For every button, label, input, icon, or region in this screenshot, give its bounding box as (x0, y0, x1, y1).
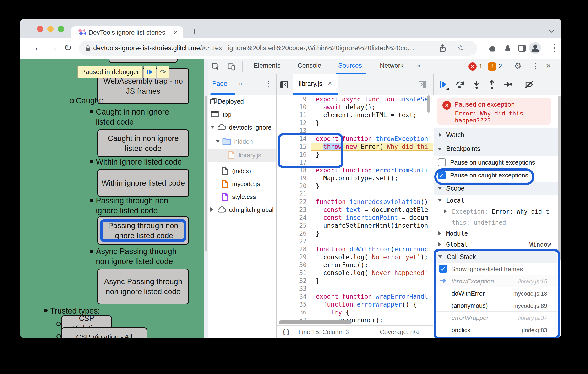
call-stack-frame--anonymous-[interactable]: (anonymous)mycode.js:89 (434, 299, 557, 312)
breakpoints-section-header[interactable]: Breakpoints (434, 142, 561, 156)
warning-count[interactable]: 2 (499, 62, 502, 70)
new-tab-button[interactable]: + (192, 28, 198, 36)
code-line-20[interactable]: 20} (277, 182, 433, 190)
breakpoint-row-1[interactable]: ✓Pause on caught exceptions (434, 169, 561, 182)
call-stack-frame-dowitherror[interactable]: doWithErrormycode.js:18 (434, 287, 557, 299)
editor-horizontal-scrollbar[interactable] (279, 321, 352, 324)
code-line-16[interactable]: 16} (277, 151, 433, 159)
step-button[interactable] (503, 80, 513, 89)
code-line-36[interactable]: 36 try { (277, 309, 433, 316)
code-line-30[interactable]: 30 errorFunc(); (277, 261, 433, 269)
scope-row-module[interactable]: Module (434, 228, 561, 239)
bookmark-star-icon[interactable]: ☆ (457, 43, 465, 53)
call-stack-header[interactable]: Call Stack (434, 250, 557, 263)
cut-off-button[interactable] (109, 59, 178, 63)
resume-script-button[interactable] (144, 66, 156, 78)
tree-item-top[interactable]: top (209, 108, 276, 121)
share-icon[interactable] (439, 44, 447, 52)
close-window-button[interactable] (37, 26, 43, 32)
code-line-21[interactable]: 21 (277, 190, 433, 198)
tree-item-style-css[interactable]: style.css (209, 190, 276, 203)
code-editor[interactable]: 9export async function unsafeSetInnerHtm… (277, 95, 433, 338)
breakpoint-checkbox[interactable]: ✓ (438, 171, 446, 179)
tab-close-icon[interactable]: × (174, 28, 178, 36)
page-scrollbar[interactable] (204, 59, 208, 338)
caught-button[interactable]: Caught in non ignore listed code (97, 129, 189, 157)
step-into-button[interactable] (472, 80, 481, 89)
error-badge-icon[interactable]: × (469, 62, 477, 71)
code-line-32[interactable]: 32} (277, 277, 433, 285)
code-line-17[interactable]: 17 (277, 159, 433, 166)
tree-item-library-js[interactable]: library.js (209, 149, 276, 162)
call-stack-frame-onclick[interactable]: onclick(index):83 (434, 323, 557, 336)
code-line-9[interactable]: 9export async function unsafeSetInnerHtm… (277, 96, 433, 103)
code-line-13[interactable]: 13 (277, 127, 433, 135)
code-line-22[interactable]: 22function ignoredcspviolation() { (277, 198, 433, 206)
deactivate-breakpoints-button[interactable] (525, 80, 534, 89)
async-button[interactable]: Async Passing through non ignore listed … (97, 268, 189, 304)
code-line-10[interactable]: 10 await delay(); (277, 103, 433, 111)
back-icon[interactable]: ← (33, 43, 42, 53)
reload-icon[interactable]: ↻ (64, 43, 72, 53)
flask-icon[interactable] (503, 44, 512, 53)
code-line-18[interactable]: 18export function errorFromRuntime() { (277, 166, 433, 174)
inspect-element-icon[interactable] (211, 62, 220, 71)
tree-item-mycode-js[interactable]: mycode.js (209, 177, 276, 190)
scope-row-global[interactable]: GlobalWindow (434, 239, 561, 250)
device-toolbar-icon[interactable] (227, 62, 236, 71)
code-line-28[interactable]: 28function doWithError(errorFunc) { (277, 245, 433, 253)
code-line-34[interactable]: 34export function wrapErrorHandler(error… (277, 293, 433, 300)
passing-button[interactable]: Passing through non ignore listed code (97, 216, 189, 245)
breakpoint-checkbox[interactable] (438, 158, 446, 166)
tab-elements[interactable]: Elements (254, 62, 281, 69)
step-out-button[interactable] (487, 80, 497, 89)
extensions-puzzle-icon[interactable] (488, 44, 497, 53)
call-stack-frame-errorwrapper[interactable]: errorWrapperlibrary.js:37 (434, 311, 557, 324)
devtools-ignore-expand-icon[interactable] (210, 126, 215, 129)
scope-section-header[interactable]: Scope (434, 182, 561, 195)
tab-network[interactable]: Network (380, 62, 403, 69)
code-line-14[interactable]: 14export function throwException() { (277, 135, 433, 143)
show-ignore-listed-checkbox[interactable]: ✓ (439, 265, 447, 273)
coverage-status[interactable]: Coverage: n/a (380, 328, 419, 336)
minimize-window-button[interactable] (47, 26, 53, 32)
scope-row-this[interactable]: this: undefined (434, 217, 561, 228)
code-line-19[interactable]: 19 Map.prototype.set(); (277, 174, 433, 182)
open-drawer-icon[interactable] (418, 80, 427, 89)
devtools-close-icon[interactable]: × (546, 61, 551, 71)
watch-section-header[interactable]: Watch (434, 128, 561, 142)
scope-row-exception[interactable]: Exception: Error: Why did t (434, 206, 561, 217)
show-ignore-listed-row[interactable]: ✓ Show ignore-listed frames (434, 263, 557, 275)
tab-sources[interactable]: Sources (338, 62, 362, 69)
file-tab-libraryjs[interactable]: library.js × (293, 74, 337, 95)
code-line-11[interactable]: 11 element.innerHTML = text; (277, 111, 433, 119)
url-text[interactable]: devtools-ignore-list-stories.glitch.me/#… (93, 44, 414, 52)
navigator-tab-page[interactable]: Page (212, 80, 227, 87)
scope-expand-icon[interactable] (438, 242, 441, 246)
sidebar-scrollbar[interactable] (558, 96, 561, 261)
navigator-menu-icon[interactable]: ⋮ (265, 79, 272, 87)
browser-tab[interactable]: DevTools ignore list stories × (71, 26, 183, 38)
tree-item-hidden[interactable]: hidden (209, 135, 276, 149)
maximize-window-button[interactable] (58, 26, 64, 32)
error-count[interactable]: 1 (479, 62, 482, 70)
tree-item--index-[interactable]: (index) (209, 164, 276, 177)
code-line-24[interactable]: 24 const insertionPoint = document.getEl… (277, 214, 433, 222)
scope-expand-icon[interactable] (438, 231, 441, 235)
code-line-26[interactable]: 26} (277, 230, 433, 237)
breakpoint-row-0[interactable]: Pause on uncaught exceptions (434, 156, 561, 169)
step-over-button[interactable] (455, 80, 465, 89)
file-tab-close-icon[interactable]: × (328, 80, 332, 87)
code-line-29[interactable]: 29 console.log('No error yet'); (277, 253, 433, 261)
tree-item-deployed[interactable]: Deployed (209, 95, 276, 108)
cdn.glitch.global-expand-icon[interactable] (210, 207, 213, 212)
side-panel-icon[interactable] (518, 44, 526, 53)
code-line-31[interactable]: 31 console.log('Never happened'); (277, 269, 433, 277)
tree-item-cdn-glitch-global[interactable]: cdn.glitch.global (209, 203, 276, 216)
resume-button[interactable] (438, 80, 448, 89)
scope-expand-icon[interactable] (438, 199, 442, 202)
hidden-expand-icon[interactable] (216, 140, 220, 143)
collapse-navigator-icon[interactable] (280, 80, 289, 89)
code-line-27[interactable]: 27 (277, 237, 433, 245)
tree-item-devtools-ignore[interactable]: devtools-ignore (209, 121, 276, 134)
